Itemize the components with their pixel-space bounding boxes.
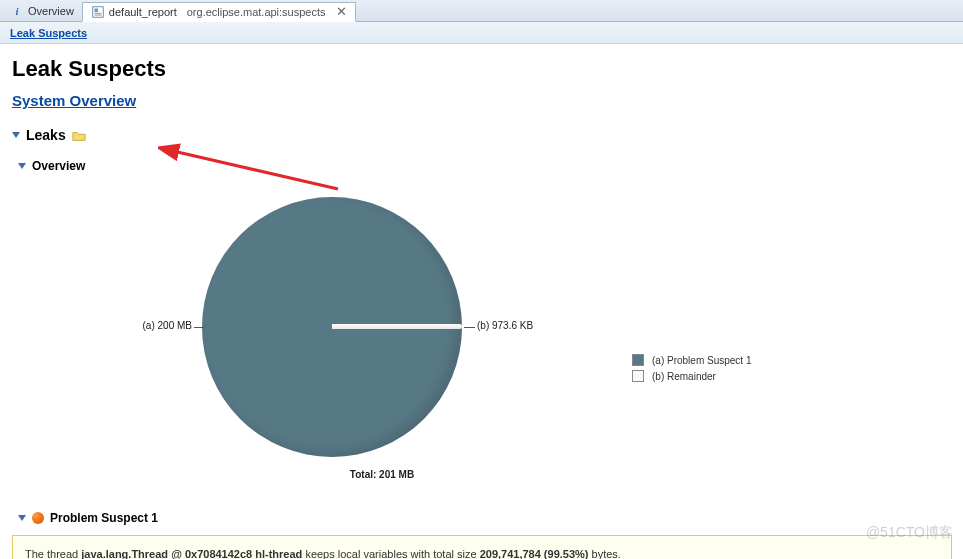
page-title: Leak Suspects — [12, 56, 951, 82]
breadcrumb-leak-suspects[interactable]: Leak Suspects — [10, 27, 87, 39]
legend-label-b: (b) Remainder — [652, 371, 716, 382]
breadcrumb-bar: Leak Suspects — [0, 22, 963, 44]
report-icon — [91, 5, 105, 19]
tab-report-suffix: org.eclipse.mat.api:suspects — [187, 6, 326, 18]
legend-label-a: (a) Problem Suspect 1 — [652, 355, 752, 366]
suspect-size: 209,741,784 (99.53%) — [480, 548, 589, 559]
tab-label: Overview — [28, 5, 74, 17]
content-area: Leak Suspects System Overview Leaks Over… — [0, 44, 963, 559]
section-overview-label: Overview — [32, 159, 85, 173]
pie-leader-a — [194, 327, 204, 328]
section-leaks-label: Leaks — [26, 127, 66, 143]
info-icon: i — [10, 4, 24, 18]
legend-swatch-b — [632, 370, 644, 382]
chevron-down-icon — [18, 515, 26, 521]
section-problem-suspect-label: Problem Suspect 1 — [50, 511, 158, 525]
svg-rect-3 — [94, 14, 101, 15]
svg-rect-2 — [94, 12, 101, 13]
suspect-thread: java.lang.Thread @ 0x7084142c8 hl-thread — [81, 548, 302, 559]
suspect-text-mid: keeps local variables with total size — [302, 548, 479, 559]
chart-legend: (a) Problem Suspect 1 (b) Remainder — [632, 354, 752, 386]
watermark: @51CTO博客 — [866, 524, 953, 542]
section-leaks-toggle[interactable]: Leaks — [12, 127, 951, 143]
tab-default-report[interactable]: default_report org.eclipse.mat.api:suspe… — [82, 2, 356, 22]
system-overview-link[interactable]: System Overview — [12, 92, 136, 109]
chart-total-label: Total: 201 MB — [350, 469, 414, 480]
section-problem-suspect-toggle[interactable]: Problem Suspect 1 — [18, 511, 951, 525]
tab-report-prefix: default_report — [109, 6, 177, 18]
tab-bar: i Overview default_report org.eclipse.ma… — [0, 0, 963, 22]
suspect-detail-box: The thread java.lang.Thread @ 0x7084142c… — [12, 535, 952, 559]
folder-icon — [72, 127, 86, 143]
svg-rect-1 — [94, 8, 98, 12]
legend-item-a: (a) Problem Suspect 1 — [632, 354, 752, 366]
suspect-ball-icon — [32, 512, 44, 524]
pie-label-a: (a) 200 MB — [122, 320, 192, 331]
pie-leader-b — [464, 327, 475, 328]
close-icon[interactable]: ✕ — [336, 4, 347, 19]
chevron-down-icon — [18, 163, 26, 169]
pie-chart: (a) 200 MB (b) 973.6 KB Total: 201 MB — [82, 187, 682, 487]
legend-item-b: (b) Remainder — [632, 370, 752, 382]
section-overview-toggle[interactable]: Overview — [18, 159, 951, 173]
pie-label-b: (b) 973.6 KB — [477, 320, 533, 331]
pie-slice-b — [332, 324, 462, 329]
tab-overview[interactable]: i Overview — [2, 1, 82, 21]
chevron-down-icon — [12, 132, 20, 138]
suspect-text-prefix: The thread — [25, 548, 81, 559]
suspect-text-suffix: bytes. — [589, 548, 621, 559]
legend-swatch-a — [632, 354, 644, 366]
